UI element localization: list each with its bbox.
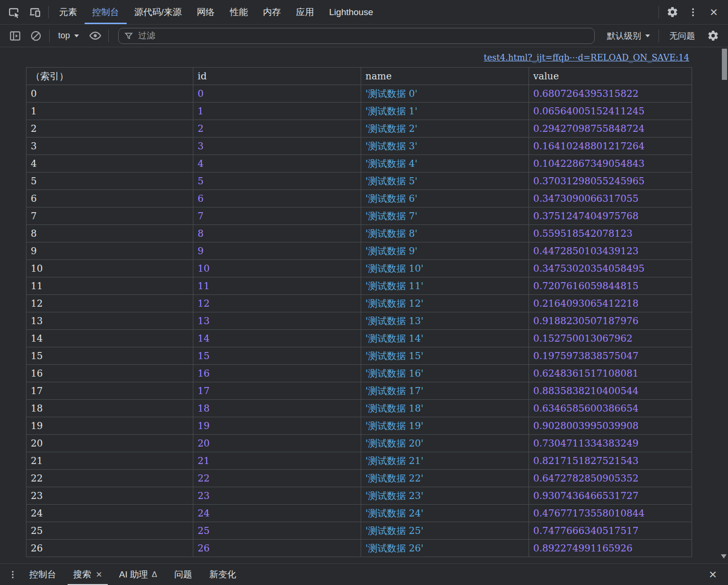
cell-id: 11 (193, 277, 361, 295)
cell-id: 20 (193, 435, 361, 452)
drawer-toolbar: 控制台搜索×AI 助理Δ问题新变化 × (0, 563, 728, 585)
cell-index: 12 (26, 295, 193, 312)
cell-name: '测试数据 12' (361, 295, 529, 312)
cell-index: 25 (26, 522, 193, 540)
table-row: 1919'测试数据 19'0.9028003995039908 (26, 417, 692, 435)
table-row: 22'测试数据 2'0.29427098755848724 (26, 120, 692, 138)
table-row: 2121'测试数据 21'0.8217151827521543 (26, 452, 692, 470)
log-level-label: 默认级别 (607, 30, 641, 42)
tab-控制台[interactable]: 控制台 (85, 0, 127, 24)
cell-name: '测试数据 20' (361, 435, 529, 452)
cell-id: 14 (193, 330, 361, 347)
cell-name: '测试数据 10' (361, 260, 529, 277)
drawer-tab-label: AI 助理 (119, 568, 148, 581)
cell-name: '测试数据 19' (361, 417, 529, 435)
drawer-tab-问题[interactable]: 问题 (165, 564, 200, 585)
inspect-cursor-icon (8, 6, 20, 18)
drawer-tab-新变化[interactable]: 新变化 (200, 564, 244, 585)
drawer-tab-AI 助理[interactable]: AI 助理Δ (111, 564, 166, 585)
cell-value: 0.3751247404975768 (529, 207, 692, 225)
tab-性能[interactable]: 性能 (222, 0, 255, 24)
tab-网络[interactable]: 网络 (189, 0, 222, 24)
scrollbar-down-arrow-icon[interactable] (721, 554, 727, 559)
cell-id: 8 (193, 225, 361, 242)
cell-index: 1 (26, 103, 193, 120)
scrollbar-thumb[interactable] (722, 49, 727, 80)
cell-id: 15 (193, 347, 361, 365)
cell-name: '测试数据 14' (361, 330, 529, 347)
inspect-element-button[interactable] (4, 3, 25, 22)
table-row: 1818'测试数据 18'0.6346585600386654 (26, 400, 692, 417)
cell-name: '测试数据 24' (361, 505, 529, 522)
tab-元素[interactable]: 元素 (52, 0, 85, 24)
log-level-selector[interactable]: 默认级别 (601, 30, 656, 42)
cell-index: 22 (26, 470, 193, 487)
cell-index: 16 (26, 365, 193, 382)
close-search-tab-icon[interactable]: × (96, 569, 102, 580)
table-row: 2222'测试数据 22'0.6472782850905352 (26, 470, 692, 487)
cell-name: '测试数据 6' (361, 190, 529, 207)
console-settings-button[interactable] (702, 26, 723, 45)
console-filter-input[interactable] (138, 31, 589, 41)
console-toolbar: top 默认级别 无问题 (0, 25, 728, 47)
execution-context-selector[interactable]: top (52, 31, 85, 41)
cell-id: 12 (193, 295, 361, 312)
cell-index: 3 (26, 138, 193, 155)
tab-Lighthouse[interactable]: Lighthouse (321, 0, 381, 24)
create-live-expression-button[interactable] (85, 26, 105, 45)
console-sidebar-toggle-button[interactable] (5, 26, 26, 45)
filter-funnel-icon (124, 31, 133, 41)
close-devtools-button[interactable]: × (703, 3, 724, 22)
device-toolbar-button[interactable] (25, 3, 45, 22)
cell-name: '测试数据 18' (361, 400, 529, 417)
cell-id: 1 (193, 103, 361, 120)
drawer-tab-控制台[interactable]: 控制台 (21, 564, 65, 585)
cell-id: 7 (193, 207, 361, 225)
cell-name: '测试数据 0' (361, 85, 529, 103)
cell-id: 10 (193, 260, 361, 277)
devtools-window: 元素控制台源代码/来源网络性能内存应用Lighthouse × (0, 0, 728, 585)
cell-name: '测试数据 9' (361, 242, 529, 260)
cell-value: 0.3473090066317055 (529, 190, 692, 207)
table-row: 2020'测试数据 20'0.7304711334383249 (26, 435, 692, 452)
cell-value: 0.34753020354058495 (529, 260, 692, 277)
drawer-tab-搜索[interactable]: 搜索× (65, 564, 111, 585)
console-filter-box[interactable] (118, 28, 595, 44)
cell-id: 9 (193, 242, 361, 260)
column-header-id[interactable]: id (193, 68, 361, 85)
cell-value: 0.4472850103439123 (529, 242, 692, 260)
column-header-name[interactable]: name (361, 68, 529, 85)
cell-id: 24 (193, 505, 361, 522)
toolbar-divider (49, 30, 50, 42)
cell-id: 6 (193, 190, 361, 207)
table-row: 55'测试数据 5'0.37031298055245965 (26, 172, 692, 190)
device-toolbar-icon (29, 6, 41, 18)
settings-button[interactable] (662, 3, 683, 22)
cell-index: 23 (26, 487, 193, 505)
clear-console-button[interactable] (26, 26, 46, 45)
close-drawer-button[interactable]: × (702, 565, 723, 584)
source-location-link[interactable]: test4.html?_ijt=ffqb⋯d=RELOAD_ON_SAVE:14 (484, 52, 689, 62)
cell-value: 0.892274991165926 (529, 540, 692, 557)
cell-index: 0 (26, 85, 193, 103)
console-message-header: test4.html?_ijt=ffqb⋯d=RELOAD_ON_SAVE:14 (0, 47, 728, 67)
cell-name: '测试数据 7' (361, 207, 529, 225)
cell-id: 4 (193, 155, 361, 172)
drawer-tab-label: 问题 (174, 568, 192, 581)
more-options-button[interactable] (683, 3, 703, 22)
vertical-dots-icon (687, 7, 699, 18)
column-header-value[interactable]: value (529, 68, 692, 85)
table-row: 2626'测试数据 26'0.892274991165926 (26, 540, 692, 557)
drawer-menu-button[interactable] (5, 565, 21, 584)
tab-内存[interactable]: 内存 (255, 0, 288, 24)
issues-counter[interactable]: 无问题 (662, 30, 702, 42)
ai-assistant-badge-icon: Δ (152, 570, 157, 579)
cell-value: 0.9307436466531727 (529, 487, 692, 505)
tab-源代码/来源[interactable]: 源代码/来源 (127, 0, 189, 24)
column-header-index[interactable]: （索引） (26, 68, 193, 85)
tab-应用[interactable]: 应用 (288, 0, 321, 24)
cell-id: 17 (193, 382, 361, 400)
panel-tabs: 元素控制台源代码/来源网络性能内存应用Lighthouse (52, 0, 381, 24)
cell-name: '测试数据 11' (361, 277, 529, 295)
cell-name: '测试数据 23' (361, 487, 529, 505)
